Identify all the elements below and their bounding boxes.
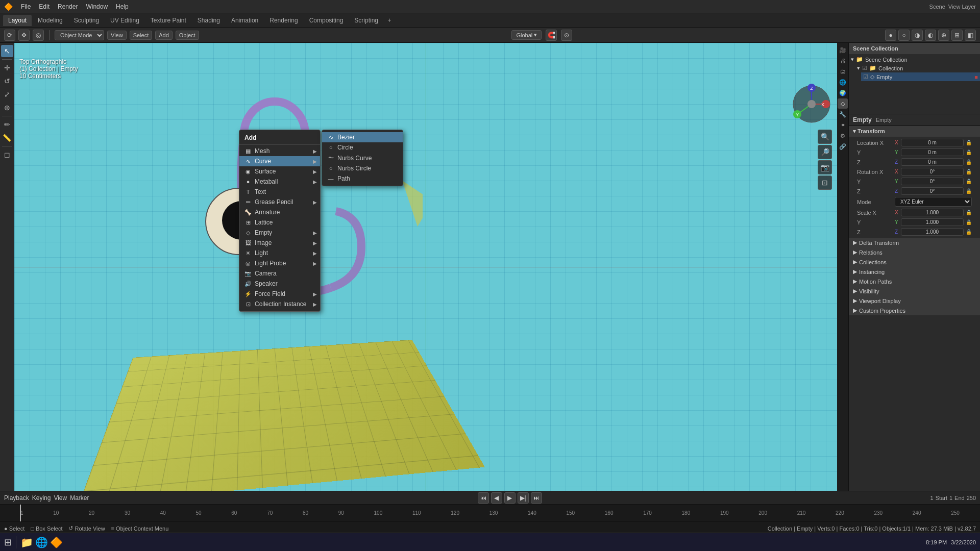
add-armature[interactable]: 🦴 Armature xyxy=(239,207,320,217)
start-menu-btn[interactable]: ⊞ xyxy=(4,537,12,548)
add-empty[interactable]: ◇ Empty ▶ xyxy=(239,228,320,238)
location-z-value[interactable]: 0 m xyxy=(901,158,964,166)
motion-paths-header[interactable]: ▶ Motion Paths xyxy=(849,277,980,286)
tab-layout[interactable]: Layout xyxy=(3,15,32,26)
add-cube-tool[interactable]: ◻ xyxy=(1,148,13,161)
viewport-shading-mat[interactable]: ◑ xyxy=(912,30,923,41)
viewport-shading-render[interactable]: ◐ xyxy=(925,30,936,41)
view-menu[interactable]: View xyxy=(54,494,67,502)
rotation-z-value[interactable]: 0° xyxy=(901,187,964,195)
taskbar-chrome[interactable]: 🌐 xyxy=(35,536,48,548)
custom-properties-header[interactable]: ▶ Custom Properties xyxy=(849,306,980,315)
proportional-edit-btn[interactable]: ⊙ xyxy=(561,30,572,41)
add-curve[interactable]: ∿ Curve ▶ xyxy=(239,156,320,166)
jump-end-btn[interactable]: ⏭ xyxy=(531,492,542,504)
show-overlays-btn[interactable]: ⊞ xyxy=(951,30,963,41)
show-xray-btn[interactable]: ◧ xyxy=(965,30,976,41)
show-gizmo-btn[interactable]: ⊕ xyxy=(938,30,949,41)
add-light[interactable]: ☀ Light ▶ xyxy=(239,248,320,258)
prop-physics-icon[interactable]: ⚙ xyxy=(838,131,848,141)
viewport-shading-wire[interactable]: ○ xyxy=(898,30,910,41)
menu-item-help[interactable]: Help xyxy=(112,2,133,11)
jump-start-btn[interactable]: ⏮ xyxy=(478,492,489,504)
add-image[interactable]: 🖼 Image ▶ xyxy=(239,238,320,248)
taskbar-file-explorer[interactable]: 📁 xyxy=(20,536,33,548)
snap-btn[interactable]: 🧲 xyxy=(546,30,557,41)
scale-x-lock[interactable]: 🔒 xyxy=(966,210,972,215)
location-x-value[interactable]: 0 m xyxy=(901,139,964,146)
empty-check[interactable]: ☑ xyxy=(863,73,868,80)
add-surface[interactable]: ◉ Surface ▶ xyxy=(239,166,320,177)
outliner-collection[interactable]: ▾ ☑ 📁 Collection xyxy=(855,64,980,72)
start-value[interactable]: 1 xyxy=(949,495,952,501)
rotation-y-value[interactable]: 0° xyxy=(901,178,964,185)
taskbar-blender[interactable]: 🔶 xyxy=(50,536,63,548)
delta-transform-header[interactable]: ▶ Delta Transform xyxy=(849,238,980,247)
scale-y-lock[interactable]: 🔒 xyxy=(966,219,972,225)
prop-constraints-icon[interactable]: 🔗 xyxy=(838,141,848,152)
annotate-tool[interactable]: ✏ xyxy=(1,118,13,131)
add-lattice[interactable]: ⊞ Lattice xyxy=(239,217,320,228)
menu-item-edit[interactable]: Edit xyxy=(35,2,54,11)
add-camera[interactable]: 📷 Camera xyxy=(239,268,320,279)
select-menu-btn[interactable]: Select xyxy=(130,31,153,40)
prop-world-icon[interactable]: 🌍 xyxy=(838,88,848,98)
measure-tool[interactable]: 📏 xyxy=(1,132,13,144)
outliner-scene-collection[interactable]: ▾ 📁 Scene Collection xyxy=(849,55,980,64)
tab-rendering[interactable]: Rendering xyxy=(264,15,303,26)
proportional-icon[interactable]: ◎ xyxy=(33,30,44,41)
scale-z-lock[interactable]: 🔒 xyxy=(966,229,972,235)
prop-view-layer-icon[interactable]: 🗂 xyxy=(838,66,848,77)
curve-nurbs-curve[interactable]: 〜 Nurbs Curve xyxy=(322,153,403,163)
menu-item-file[interactable]: File xyxy=(17,2,35,11)
curve-nurbs-circle[interactable]: ○ Nurbs Circle xyxy=(322,163,403,173)
tab-compositing[interactable]: Compositing xyxy=(304,15,349,26)
scale-tool[interactable]: ⤢ xyxy=(1,88,13,101)
visibility-header[interactable]: ▶ Visibility xyxy=(849,286,980,296)
zoom-in-btn[interactable]: 🔍 xyxy=(818,130,832,144)
add-force-field[interactable]: ⚡ Force Field ▶ xyxy=(239,289,320,299)
next-frame-btn[interactable]: ▶| xyxy=(518,492,529,504)
rotation-mode-select[interactable]: XYZ Euler xyxy=(895,197,972,207)
location-y-lock[interactable]: 🔒 xyxy=(966,149,972,155)
curve-bezier[interactable]: ∿ Bezier xyxy=(322,132,403,142)
collection-check[interactable]: ☑ xyxy=(862,65,867,71)
transform-orientation[interactable]: Global ▾ xyxy=(511,30,542,40)
object-menu-btn[interactable]: Object xyxy=(176,31,199,40)
move-tool[interactable]: ✛ xyxy=(1,62,13,74)
tab-modeling[interactable]: Modeling xyxy=(33,15,68,26)
curve-path[interactable]: — Path xyxy=(322,173,403,184)
instancing-header[interactable]: ▶ Instancing xyxy=(849,267,980,277)
add-menu-btn[interactable]: Add xyxy=(155,31,173,40)
tab-texture-paint[interactable]: Texture Paint xyxy=(145,15,191,26)
keying-menu[interactable]: Keying xyxy=(32,494,51,502)
add-mesh[interactable]: ▦ Mesh ▶ xyxy=(239,146,320,156)
scale-y-value[interactable]: 1.000 xyxy=(901,218,964,226)
tab-animation[interactable]: Animation xyxy=(226,15,263,26)
play-btn[interactable]: ▶ xyxy=(504,492,516,504)
menu-item-render[interactable]: Render xyxy=(54,2,82,11)
tab-scripting[interactable]: Scripting xyxy=(349,15,383,26)
rotate-tool[interactable]: ↺ xyxy=(1,75,13,87)
add-text[interactable]: T Text xyxy=(239,187,320,197)
rotation-x-value[interactable]: 0° xyxy=(901,168,964,176)
prop-output-icon[interactable]: 🖨 xyxy=(838,56,848,66)
prop-scene-icon[interactable]: 🌐 xyxy=(838,77,848,87)
collections-header[interactable]: ▶ Collections xyxy=(849,257,980,267)
select-tool[interactable]: ↖ xyxy=(1,45,13,57)
location-x-lock[interactable]: 🔒 xyxy=(966,140,972,145)
tab-shading[interactable]: Shading xyxy=(192,15,225,26)
menu-item-window[interactable]: Window xyxy=(82,2,112,11)
local-view-btn[interactable]: ⊡ xyxy=(818,176,832,190)
zoom-out-btn[interactable]: 🔎 xyxy=(818,145,832,159)
add-grease-pencil[interactable]: ✏ Grease Pencil ▶ xyxy=(239,197,320,207)
relations-header[interactable]: ▶ Relations xyxy=(849,247,980,257)
transform-icon[interactable]: ⟳ xyxy=(4,30,15,41)
transform-tool[interactable]: ⊕ xyxy=(1,102,13,114)
viewport-shading-solid[interactable]: ● xyxy=(885,30,896,41)
view-menu-btn[interactable]: View xyxy=(107,31,127,40)
rotation-y-lock[interactable]: 🔒 xyxy=(966,179,972,184)
rotation-z-lock[interactable]: 🔒 xyxy=(966,188,972,194)
tab-uv-editing[interactable]: UV Editing xyxy=(105,15,144,26)
outliner-empty[interactable]: ☑ ◇ Empty ■ xyxy=(861,72,980,81)
